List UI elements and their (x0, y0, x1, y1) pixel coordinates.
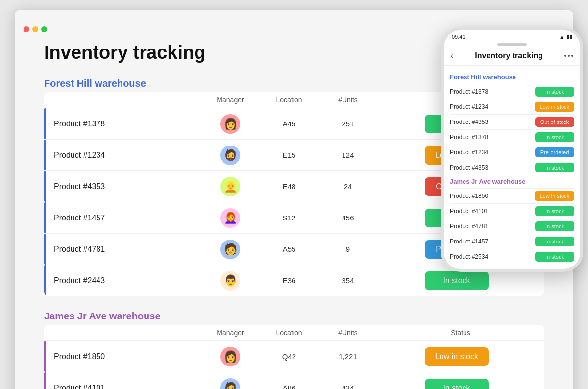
table-row: Product #1850👩Q421,221Low in stock (44, 340, 544, 372)
status-badge: In stock (425, 271, 489, 290)
manager-avatar: 👱 (201, 177, 260, 196)
phone-product-row: Product #4353Out of stock (450, 114, 574, 129)
phone-product-row: Product #1378In stock (450, 84, 574, 99)
james-jr-rows: Product #1850👩Q421,221Low in stockProduc… (44, 340, 544, 389)
phone-status-badge: Out of stock (535, 117, 574, 127)
more-options-button[interactable] (564, 55, 573, 57)
table-row: Product #4101🧔A86434In stock (44, 372, 544, 389)
phone: 09:41 ▲ ▮▮ ‹ Inventory tracking (441, 27, 583, 272)
phone-status-bar: 09:41 ▲ ▮▮ (444, 30, 580, 42)
manager-avatar: 🧔 (201, 378, 260, 389)
col-product (44, 329, 201, 337)
units-value: 124 (318, 151, 377, 159)
phone-status-badge: Low in stock (535, 102, 574, 112)
location-value: A45 (260, 120, 318, 128)
james-jr-table: Manager Location #Units Status Product #… (44, 325, 544, 389)
col-status: Status (377, 329, 544, 337)
phone-product-row: Product #1457In stock (450, 234, 574, 249)
col-manager: Manager (201, 329, 260, 337)
product-name: Product #1234 (44, 151, 201, 160)
phone-notch (444, 42, 580, 47)
product-name: Product #4781 (44, 245, 201, 254)
phone-product-row: Product #1234Low in stock (450, 99, 574, 114)
location-value: A55 (260, 245, 318, 253)
col-units: #Units (318, 96, 377, 104)
mobile-phone-mockup: 09:41 ▲ ▮▮ ‹ Inventory tracking (441, 27, 583, 272)
phone-product-name: Product #1378 (450, 134, 488, 141)
manager-avatar: 🧔 (201, 146, 260, 165)
phone-status-badge: In stock (535, 221, 574, 231)
minimize-button[interactable] (32, 26, 38, 32)
phone-product-name: Product #1850 (450, 193, 488, 199)
units-value: 24 (318, 182, 377, 191)
phone-status-badge: Low in stock (535, 191, 574, 201)
location-value: E48 (260, 182, 318, 191)
product-name: Product #4101 (44, 384, 201, 389)
units-value: 434 (318, 384, 377, 389)
product-name: Product #4353 (44, 182, 201, 191)
battery-icon: ▮▮ (566, 33, 572, 40)
units-value: 456 (318, 214, 377, 222)
phone-product-name: Product #4101 (450, 208, 488, 215)
phone-product-name: Product #4781 (450, 223, 488, 230)
close-button[interactable] (24, 26, 29, 32)
desktop-content: Inventory tracking Forest Hill warehouse… (15, 37, 573, 389)
warehouse-section-james-jr: James Jr Ave warehouse Manager Location … (44, 311, 544, 389)
phone-status-badge: In stock (535, 206, 574, 216)
warehouse-name-james-jr: James Jr Ave warehouse (44, 311, 161, 322)
units-value: 1,221 (318, 352, 377, 361)
manager-avatar: 👩‍🦰 (201, 208, 260, 228)
phone-body: Forest Hill warehouseProduct #1378In sto… (444, 66, 580, 269)
phone-status-badge: In stock (535, 87, 574, 97)
status-col: Low in stock (377, 347, 544, 366)
location-value: E15 (260, 151, 318, 159)
phone-product-name: Product #1234 (450, 149, 488, 156)
phone-time: 09:41 (452, 34, 466, 40)
product-name: Product #2443 (44, 276, 201, 285)
phone-product-name: Product #1234 (450, 103, 488, 110)
status-badge: In stock (425, 379, 489, 389)
product-name: Product #1378 (44, 120, 201, 128)
phone-warehouse-james-jr: James Jr Ave warehouseProduct #1850Low i… (450, 178, 574, 264)
phone-product-row: Product #4353In stock (450, 160, 574, 175)
location-value: E36 (260, 276, 318, 285)
phone-product-row: Product #2534In stock (450, 249, 574, 264)
phone-warehouse-forest-hill: Forest Hill warehouseProduct #1378In sto… (450, 73, 574, 175)
phone-status-badge: In stock (535, 252, 574, 262)
col-manager: Manager (201, 96, 260, 104)
col-product (44, 96, 201, 104)
col-units: #Units (318, 329, 377, 337)
col-location: Location (260, 329, 318, 337)
phone-product-name: Product #1378 (450, 88, 488, 95)
warehouse-name-forest-hill: Forest Hill warehouse (44, 78, 146, 89)
phone-product-row: Product #4781In stock (450, 219, 574, 234)
phone-product-row: Product #4101In stock (450, 203, 574, 219)
warehouse-header-james: James Jr Ave warehouse (44, 311, 544, 322)
phone-status-badge: Pre-ordered (535, 147, 574, 157)
phone-product-name: Product #1457 (450, 238, 488, 245)
phone-product-row: Product #1378In stock (450, 129, 574, 145)
units-value: 251 (318, 120, 377, 128)
status-badge: Low in stock (425, 347, 489, 366)
wifi-icon: ▲ (559, 34, 564, 40)
phone-product-row: Product #1850Low in stock (450, 188, 574, 203)
location-value: Q42 (260, 352, 318, 361)
units-value: 9 (318, 245, 377, 253)
status-col: In stock (377, 271, 544, 290)
location-value: S12 (260, 214, 318, 222)
product-name: Product #1850 (44, 352, 201, 361)
col-location: Location (260, 96, 318, 104)
phone-status-badge: In stock (535, 237, 574, 246)
phone-product-row: Product #1234Pre-ordered (450, 145, 574, 160)
phone-nav-title: Inventory tracking (475, 51, 543, 60)
back-button[interactable]: ‹ (451, 51, 453, 60)
manager-avatar: 👩 (201, 347, 260, 366)
phone-product-name: Product #4353 (450, 164, 488, 171)
phone-status-badge: In stock (535, 132, 574, 142)
phone-status-badge: In stock (535, 163, 574, 172)
phone-warehouse-name: Forest Hill warehouse (450, 73, 574, 81)
fullscreen-button[interactable] (41, 26, 47, 32)
phone-product-name: Product #2534 (450, 253, 488, 260)
manager-avatar: 👩 (201, 114, 260, 134)
product-name: Product #1457 (44, 214, 201, 222)
